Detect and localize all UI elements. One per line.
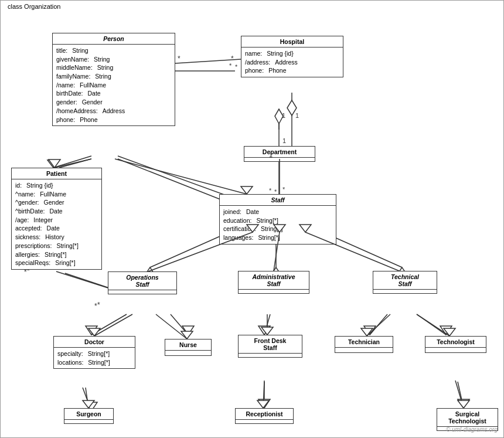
svg-line-76 (263, 381, 264, 408)
svg-line-0 (59, 159, 91, 168)
watermark: © uml-diagrams.org (446, 426, 498, 433)
svg-text:*: * (269, 187, 272, 194)
staff-class: Staff joined:Date education:String[*] ce… (219, 194, 336, 245)
svg-line-19 (171, 314, 188, 335)
person-class: Person title:String givenName:String mid… (52, 33, 175, 126)
svg-text:1: 1 (282, 112, 285, 119)
hospital-class-name: Hospital (241, 36, 343, 47)
svg-marker-71 (361, 328, 373, 336)
surgeon-class-name: Surgeon (64, 409, 113, 420)
patient-class-name: Patient (12, 168, 101, 179)
svg-marker-20 (86, 326, 97, 335)
front-desk-staff-class-name: Front DeskStaff (239, 335, 302, 354)
diagram-title: class Organization (5, 3, 63, 10)
svg-text:*: * (178, 55, 181, 63)
receptionist-class-name: Receptionist (236, 409, 293, 420)
svg-line-45 (55, 159, 91, 168)
staff-class-name: Staff (220, 195, 336, 206)
surgeon-class: Surgeon (64, 408, 114, 424)
surgical-technologist-class-name: Surgical Technologist (437, 409, 498, 427)
technologist-class-name: Technologist (425, 337, 486, 348)
operations-staff-class: OperationsStaff (108, 271, 177, 294)
administrative-staff-class: AdministrativeStaff (238, 271, 309, 294)
operations-staff-class-name: OperationsStaff (108, 272, 176, 290)
svg-text:*: * (235, 63, 238, 70)
svg-marker-26 (364, 326, 376, 335)
svg-text:*: * (231, 55, 234, 63)
technical-staff-class-name: TechnicalStaff (373, 271, 437, 290)
svg-line-47 (115, 159, 247, 194)
technologist-class: Technologist (425, 336, 486, 353)
svg-text:*: * (94, 302, 97, 310)
doctor-class-attrs: specialty:String[*] locations:String[*] (54, 348, 135, 368)
svg-text:*: * (97, 301, 100, 309)
svg-marker-27 (440, 326, 452, 335)
svg-line-1 (118, 159, 229, 203)
department-class-name: Department (244, 147, 315, 158)
hospital-class: Hospital name:String {id} /address:Addre… (241, 36, 343, 77)
svg-marker-33 (458, 399, 469, 408)
svg-marker-69 (261, 327, 273, 335)
svg-line-55 (175, 59, 241, 63)
svg-line-12 (150, 232, 229, 267)
svg-marker-77 (257, 400, 269, 408)
receptionist-class: Receptionist (235, 408, 294, 424)
administrative-staff-class-name: AdministrativeStaff (239, 271, 309, 290)
svg-marker-21 (182, 326, 194, 335)
svg-marker-50 (287, 100, 297, 116)
patient-class: Patient id:String {id} ^name:FullName ^g… (11, 168, 102, 270)
svg-text:*: * (282, 186, 285, 193)
nurse-class-name: Nurse (165, 339, 211, 351)
svg-line-32 (458, 382, 464, 408)
department-class-attrs (244, 158, 315, 161)
person-class-attrs: title:String givenName:String middleName… (53, 45, 175, 125)
svg-line-22 (264, 314, 270, 335)
svg-line-36 (65, 273, 109, 288)
svg-marker-6 (275, 109, 283, 124)
svg-line-64 (94, 314, 132, 336)
technical-staff-class: TechnicalStaff (373, 271, 437, 294)
staff-class-attrs: joined:Date education:String[*] certific… (220, 206, 336, 244)
svg-marker-46 (49, 159, 60, 168)
svg-marker-67 (181, 331, 193, 339)
svg-text:1: 1 (282, 137, 286, 144)
doctor-class: Doctor specialty:String[*] locations:Str… (53, 336, 135, 369)
hospital-class-attrs: name:String {id} /address:Address phone:… (241, 47, 343, 77)
svg-marker-65 (88, 328, 100, 336)
svg-line-81 (56, 271, 108, 288)
svg-marker-75 (83, 400, 94, 408)
svg-line-78 (455, 381, 464, 408)
svg-line-24 (370, 314, 387, 335)
svg-marker-73 (444, 328, 455, 336)
diagram-container: class Organization * * 1 1 * (0, 0, 504, 438)
svg-line-28 (83, 388, 91, 411)
technician-class: Technician (335, 336, 393, 353)
svg-text:1: 1 (295, 112, 299, 119)
svg-marker-79 (458, 400, 469, 408)
svg-line-72 (417, 314, 449, 336)
svg-marker-48 (241, 186, 253, 194)
technician-class-name: Technician (335, 337, 393, 348)
svg-line-37 (53, 156, 91, 168)
nurse-class: Nurse (165, 339, 212, 356)
person-class-name: Person (53, 33, 175, 45)
svg-line-70 (367, 314, 390, 336)
front-desk-staff-class: Front DeskStaff (238, 335, 302, 358)
svg-line-74 (86, 388, 88, 408)
svg-line-66 (156, 314, 187, 339)
svg-line-18 (91, 314, 127, 335)
svg-marker-23 (258, 326, 270, 335)
patient-class-attrs: id:String {id} ^name:FullName ^gender:Ge… (12, 179, 101, 269)
svg-marker-31 (258, 399, 270, 408)
svg-line-25 (417, 314, 446, 335)
svg-text:*: * (229, 62, 232, 69)
svg-marker-38 (47, 160, 59, 168)
department-class: Department (244, 146, 315, 162)
doctor-class-name: Doctor (54, 337, 135, 348)
